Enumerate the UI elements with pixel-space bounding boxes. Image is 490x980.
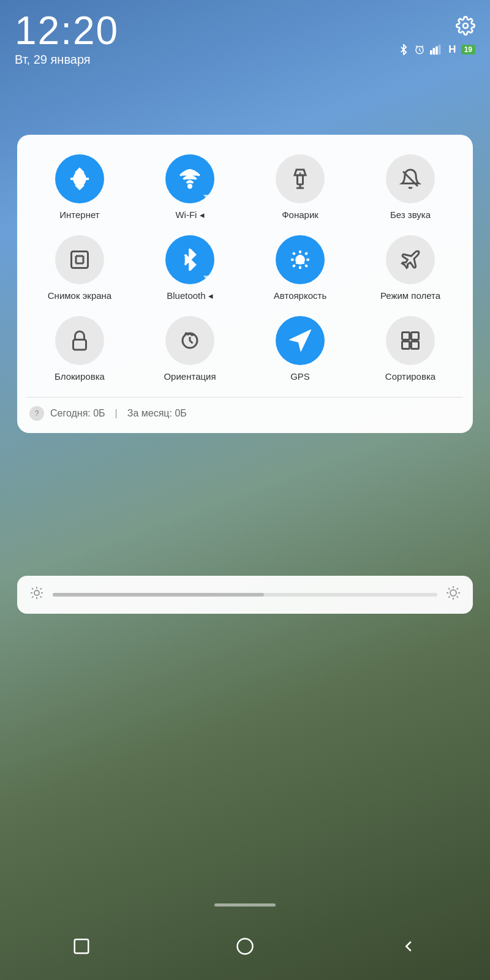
qs-orientation-label: Ориентация xyxy=(164,371,216,382)
svg-line-35 xyxy=(305,252,307,254)
quick-settings-panel: Интернет Wi-Fi ◂ xyxy=(17,135,473,433)
qs-screenshot-label: Снимок экрана xyxy=(48,290,111,301)
svg-point-43 xyxy=(34,590,39,595)
qs-bluetooth[interactable]: Bluetooth ◂ xyxy=(137,230,243,306)
brightness-slider[interactable] xyxy=(53,593,437,597)
svg-rect-40 xyxy=(412,333,419,340)
data-month: За месяц: 0Б xyxy=(127,408,187,419)
battery-level: 19 xyxy=(461,45,475,55)
settings-icon[interactable] xyxy=(456,16,475,40)
qs-wifi[interactable]: Wi-Fi ◂ xyxy=(137,149,243,225)
qs-airplane-label: Режим полета xyxy=(380,290,440,301)
qs-silent[interactable]: Без звука xyxy=(358,149,463,225)
svg-line-59 xyxy=(448,597,450,598)
qs-screenshot[interactable]: Снимок экрана xyxy=(27,230,132,306)
svg-line-47 xyxy=(40,597,42,598)
svg-point-62 xyxy=(237,939,252,954)
home-indicator xyxy=(214,903,276,907)
svg-line-46 xyxy=(32,588,33,589)
svg-line-55 xyxy=(448,588,450,589)
data-usage: ? Сегодня: 0Б | За месяц: 0Б xyxy=(27,406,463,421)
svg-rect-4 xyxy=(430,50,432,55)
qs-autobrightness[interactable]: A Автояркость xyxy=(247,230,353,306)
svg-line-60 xyxy=(457,588,458,589)
svg-line-2 xyxy=(416,46,417,47)
nav-back-button[interactable] xyxy=(393,931,424,962)
qs-lock-circle[interactable] xyxy=(55,316,104,365)
svg-rect-13 xyxy=(298,175,303,184)
brightness-high-icon xyxy=(446,586,461,604)
qs-sort[interactable]: Сортировка xyxy=(358,311,463,387)
nav-home-button[interactable] xyxy=(230,931,260,962)
qs-screenshot-circle[interactable] xyxy=(55,235,104,284)
qs-silent-label: Без звука xyxy=(390,209,431,221)
qs-internet-circle[interactable] xyxy=(55,154,104,203)
nav-recents-button[interactable] xyxy=(66,931,97,962)
qs-sort-label: Сортировка xyxy=(385,371,435,382)
qs-flashlight[interactable]: Фонарик xyxy=(247,149,353,225)
svg-line-51 xyxy=(40,588,42,589)
svg-line-56 xyxy=(457,597,458,598)
svg-rect-42 xyxy=(412,342,419,349)
panel-divider xyxy=(27,397,463,398)
qs-internet-label: Интернет xyxy=(59,209,99,221)
qs-sort-circle[interactable] xyxy=(386,316,435,365)
svg-line-30 xyxy=(293,252,295,254)
qs-gps[interactable]: GPS xyxy=(247,311,353,387)
brightness-panel xyxy=(17,576,473,614)
svg-rect-6 xyxy=(436,47,439,55)
svg-line-50 xyxy=(32,597,33,598)
qs-wifi-circle[interactable] xyxy=(165,154,214,203)
svg-line-3 xyxy=(422,46,423,47)
svg-point-12 xyxy=(189,185,192,188)
qs-airplane[interactable]: Режим полета xyxy=(358,230,463,306)
brightness-fill xyxy=(53,593,264,597)
qs-bluetooth-circle[interactable] xyxy=(165,235,214,284)
qs-orientation-circle[interactable] xyxy=(165,316,214,365)
qs-silent-circle[interactable] xyxy=(386,154,435,203)
qs-airplane-circle[interactable] xyxy=(386,235,435,284)
qs-gps-label: GPS xyxy=(290,371,310,382)
qs-bluetooth-label: Bluetooth ◂ xyxy=(167,290,213,301)
quick-settings-grid: Интернет Wi-Fi ◂ xyxy=(27,149,463,387)
clock: 12:20 xyxy=(15,11,119,50)
qs-autobrightness-circle[interactable]: A xyxy=(276,235,325,284)
svg-rect-5 xyxy=(433,48,435,55)
svg-rect-18 xyxy=(72,252,88,268)
svg-rect-41 xyxy=(402,342,410,349)
date: Вт, 29 января xyxy=(15,53,119,67)
qs-internet[interactable]: Интернет xyxy=(27,149,132,225)
status-icons: H 19 xyxy=(398,43,475,56)
data-usage-icon: ? xyxy=(29,406,44,421)
svg-point-0 xyxy=(463,23,468,28)
svg-line-31 xyxy=(305,265,307,266)
svg-point-52 xyxy=(450,590,456,596)
svg-rect-61 xyxy=(75,940,89,954)
qs-autobrightness-label: Автояркость xyxy=(274,290,326,301)
qs-orientation[interactable]: Ориентация xyxy=(137,311,243,387)
qs-wifi-label: Wi-Fi ◂ xyxy=(175,209,204,221)
svg-rect-7 xyxy=(439,45,441,55)
brightness-low-icon xyxy=(29,586,44,604)
nav-bar xyxy=(0,919,490,980)
qs-lock[interactable]: Блокировка xyxy=(27,311,132,387)
svg-line-34 xyxy=(293,265,295,266)
svg-rect-39 xyxy=(402,333,410,340)
svg-rect-36 xyxy=(74,340,86,350)
qs-gps-circle[interactable] xyxy=(276,316,325,365)
data-today: Сегодня: 0Б xyxy=(50,408,105,419)
svg-marker-38 xyxy=(292,331,310,349)
qs-flashlight-label: Фонарик xyxy=(282,209,318,221)
qs-lock-label: Блокировка xyxy=(55,371,105,382)
status-bar: 12:20 Вт, 29 января xyxy=(0,0,490,72)
qs-flashlight-circle[interactable] xyxy=(276,154,325,203)
